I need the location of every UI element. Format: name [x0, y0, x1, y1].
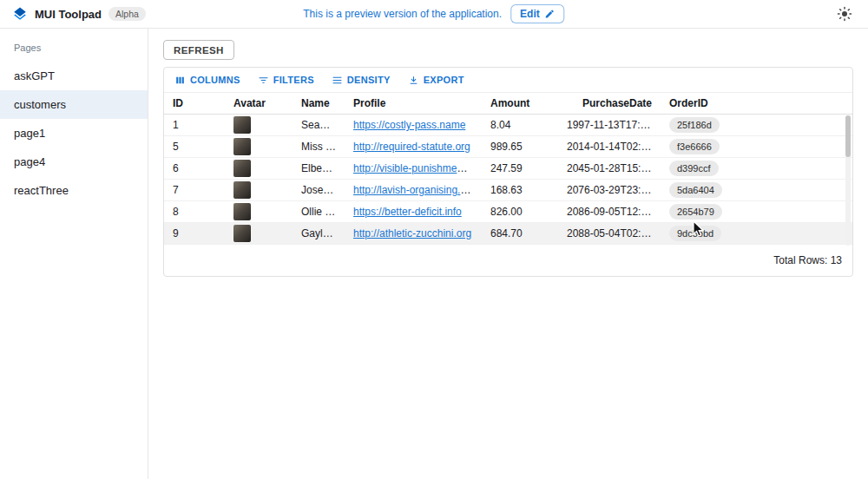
filters-button-label: FILTERS	[273, 75, 314, 85]
cell-profile: http://required-statute.org	[345, 141, 482, 153]
edit-button-label: Edit	[520, 8, 540, 20]
grid-footer: Total Rows: 13	[164, 245, 852, 276]
profile-link[interactable]: http://athletic-zucchini.org	[353, 227, 471, 240]
sidebar-item-page1[interactable]: page1	[0, 119, 148, 148]
cell-orderid: 2654b79	[661, 204, 852, 220]
sidebar-item-customers[interactable]: customers	[0, 90, 148, 119]
order-id-chip[interactable]: 25f186d	[669, 117, 720, 133]
order-id-chip[interactable]: f3e6666	[669, 139, 720, 154]
column-header-profile[interactable]: Profile	[345, 97, 482, 109]
main-content: REFRESH COLUMNS FILTERS	[148, 29, 868, 479]
sidebar-item-label: page1	[14, 127, 45, 140]
cell-name: Josefina P...	[293, 184, 345, 196]
cell-profile: http://lavish-organising.name	[345, 184, 482, 196]
cell-orderid: 5da6404	[661, 182, 852, 198]
cell-amount: 8.04	[482, 119, 558, 131]
cell-amount: 168.63	[482, 184, 558, 196]
cell-profile: http://visible-punishment.net	[345, 162, 482, 174]
avatar	[233, 160, 251, 177]
cell-amount: 989.65	[482, 141, 558, 153]
cell-purchasedate: 2014-01-14T02:37:28.536Z	[558, 141, 661, 153]
order-id-chip[interactable]: 9dc5bbd	[669, 226, 721, 241]
cell-profile: https://better-deficit.info	[345, 206, 482, 218]
cell-name: Miss Juan ...	[293, 141, 345, 153]
preview-banner-text: This is a preview version of the applica…	[303, 8, 502, 20]
theme-toggle-button[interactable]	[833, 3, 856, 25]
table-row[interactable]: 6 Elbert McL... http://visible-punishmen…	[164, 158, 852, 180]
cell-name: Ollie Green...	[293, 206, 345, 218]
profile-link[interactable]: http://required-statute.org	[353, 141, 470, 153]
cell-id: 1	[164, 119, 225, 131]
cell-avatar	[225, 225, 293, 242]
column-header-purchasedate[interactable]: PurchaseDate	[558, 97, 661, 109]
columns-button-label: COLUMNS	[190, 75, 240, 85]
app-title: MUI Toolpad	[35, 8, 102, 21]
cell-amount: 826.00	[482, 206, 558, 218]
profile-link[interactable]: http://lavish-organising.name	[353, 184, 482, 196]
table-row[interactable]: 1 Sean Harris https://costly-pass.name 8…	[164, 115, 852, 136]
alpha-badge: Alpha	[108, 7, 146, 21]
order-id-chip[interactable]: 2654b79	[669, 204, 722, 220]
sidebar-item-reactthree[interactable]: reactThree	[0, 176, 148, 205]
columns-button[interactable]: COLUMNS	[168, 72, 247, 89]
filter-icon	[258, 75, 269, 86]
avatar	[233, 138, 251, 155]
filters-button[interactable]: FILTERS	[251, 72, 321, 89]
cell-id: 6	[164, 162, 225, 174]
vertical-scrollbar[interactable]	[845, 115, 851, 246]
profile-link[interactable]: https://costly-pass.name	[353, 119, 465, 131]
data-grid: COLUMNS FILTERS DENSITY	[163, 67, 853, 277]
cell-orderid: f3e6666	[661, 139, 852, 154]
cell-avatar	[225, 116, 293, 134]
cell-purchasedate: 2086-09-05T12:37:27.015Z	[558, 206, 661, 218]
table-row[interactable]: 8 Ollie Green... https://better-deficit.…	[164, 201, 852, 223]
sidebar-item-label: reactThree	[14, 184, 69, 197]
refresh-button[interactable]: REFRESH	[163, 40, 234, 60]
cell-orderid: 9dc5bbd	[661, 226, 852, 241]
column-header-avatar[interactable]: Avatar	[225, 97, 293, 109]
cell-avatar	[225, 181, 293, 199]
cell-orderid: d399ccf	[661, 161, 852, 176]
sidebar-item-page4[interactable]: page4	[0, 148, 148, 176]
export-button-label: EXPORT	[424, 75, 464, 85]
column-header-id[interactable]: ID	[164, 97, 225, 109]
edit-button[interactable]: Edit	[510, 4, 565, 23]
table-row[interactable]: 9 Gayle Den... http://athletic-zucchini.…	[164, 223, 852, 245]
columns-icon	[174, 75, 186, 86]
table-row[interactable]: 5 Miss Juan ... http://required-statute.…	[164, 136, 852, 158]
profile-link[interactable]: https://better-deficit.info	[353, 206, 462, 218]
avatar	[233, 181, 251, 199]
cell-id: 8	[164, 206, 225, 218]
cell-profile: https://costly-pass.name	[345, 119, 482, 131]
app-header: MUI Toolpad Alpha This is a preview vers…	[0, 0, 868, 29]
density-icon	[332, 75, 343, 86]
column-header-amount[interactable]: Amount	[482, 97, 558, 109]
mui-toolpad-logo-icon	[12, 6, 28, 22]
cell-profile: http://athletic-zucchini.org	[345, 227, 482, 240]
avatar	[233, 225, 251, 242]
table-row[interactable]: 7 Josefina P... http://lavish-organising…	[164, 180, 852, 201]
sidebar-item-askgpt[interactable]: askGPT	[0, 62, 148, 90]
cell-id: 9	[164, 227, 225, 240]
cell-avatar	[225, 138, 293, 155]
density-button[interactable]: DENSITY	[325, 72, 398, 89]
export-button[interactable]: EXPORT	[401, 72, 471, 89]
profile-link[interactable]: http://visible-punishment.net	[353, 162, 482, 174]
cell-orderid: 25f186d	[661, 117, 852, 133]
cell-purchasedate: 1997-11-13T17:24:11.769Z	[558, 119, 661, 131]
cell-amount: 247.59	[482, 162, 558, 174]
avatar	[233, 116, 251, 134]
order-id-chip[interactable]: d399ccf	[669, 161, 719, 176]
column-header-orderid[interactable]: OrderID	[661, 97, 852, 109]
grid-column-headers: ID Avatar Name Profile Amount PurchaseDa…	[164, 92, 852, 115]
density-button-label: DENSITY	[347, 75, 391, 85]
pencil-icon	[545, 9, 556, 19]
cell-amount: 684.70	[482, 227, 558, 240]
sidebar-item-label: page4	[14, 155, 45, 168]
cell-id: 5	[164, 141, 225, 153]
cell-purchasedate: 2076-03-29T23:51:07.968Z	[558, 184, 661, 196]
column-header-name[interactable]: Name	[293, 97, 345, 109]
order-id-chip[interactable]: 5da6404	[669, 182, 722, 198]
cell-id: 7	[164, 184, 225, 196]
scrollbar-thumb[interactable]	[845, 115, 851, 157]
